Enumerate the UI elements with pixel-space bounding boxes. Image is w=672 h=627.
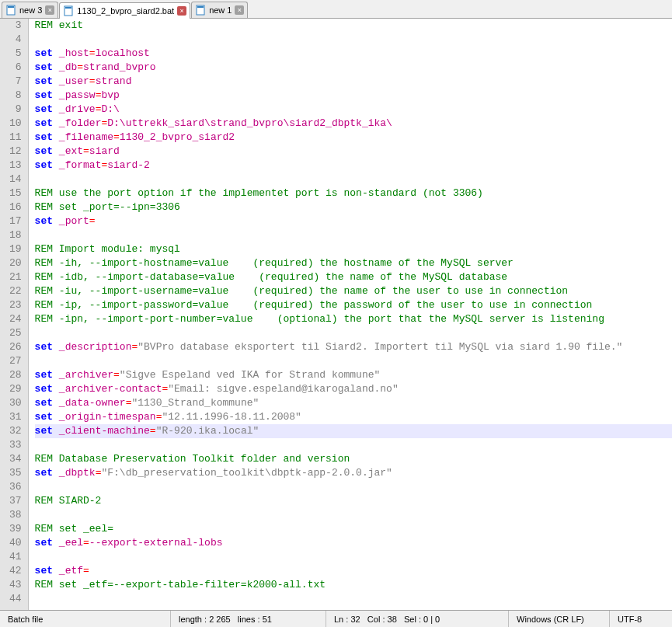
code-line[interactable]: REM SIARD-2 [35,494,672,508]
code-line[interactable] [35,228,672,242]
line-number: 6 [9,61,22,75]
line-number: 40 [9,536,22,550]
tab-new-3[interactable]: new 3 × [2,2,58,18]
code-line[interactable]: set _port= [35,214,672,228]
code-line[interactable]: REM Database Preservation Toolkit folder… [35,452,672,466]
code-line[interactable]: set _origin-timespan="12.11.1996-18.11.2… [35,410,672,424]
code-line[interactable] [35,438,672,452]
line-number: 21 [9,270,22,284]
col-label: Col : [367,615,385,624]
svg-rect-1 [8,6,14,8]
code-line[interactable]: REM exit [35,19,672,33]
status-bar: Batch file length : 2 265 lines : 51 Ln … [0,610,672,627]
tab-new-1[interactable]: new 1 × [191,2,248,18]
line-number: 35 [9,466,22,480]
code-line[interactable]: set _description="BVPro database eksport… [35,340,672,354]
line-number: 37 [9,494,22,508]
code-line[interactable]: set _ext=siard [35,145,672,158]
line-number: 41 [9,550,22,564]
tab-label: 1130_2_bvpro_siard2.bat [77,6,174,16]
code-line[interactable]: REM Import module: mysql [35,242,672,256]
file-icon [195,5,206,16]
line-number: 22 [9,284,22,298]
close-icon[interactable]: × [45,5,54,15]
code-line[interactable]: set _filename=1130_2_bvpro_siard2 [35,131,672,145]
line-number: 13 [9,158,22,172]
code-line[interactable] [35,354,672,368]
svg-rect-3 [65,7,71,9]
file-icon [5,5,16,16]
ln-value: 32 [350,615,360,624]
line-number: 11 [9,131,22,145]
line-number: 16 [9,200,22,214]
line-number: 12 [9,145,22,158]
status-position: Ln : 32 Col : 38 Sel : 0 | 0 [326,611,509,627]
code-line[interactable]: set _archiver="Sigve Espeland ved IKA fo… [35,368,672,382]
code-line[interactable]: set _passw=bvp [35,89,672,103]
code-line[interactable]: set _drive=D:\ [35,103,672,117]
lines-value: 51 [263,615,272,624]
code-line[interactable] [35,592,672,606]
code-line[interactable] [35,33,672,47]
line-number: 5 [9,47,22,61]
code-area[interactable]: REM exitset _host=localhostset _db=stran… [29,19,672,610]
line-number: 7 [9,75,22,89]
line-number: 15 [9,186,22,200]
code-line[interactable]: REM use the port option if the implement… [35,186,672,200]
close-icon[interactable]: × [235,5,244,15]
code-line[interactable]: set _data-owner="1130_Strand_kommune" [35,396,672,410]
code-line[interactable]: set _eel=--export-external-lobs [35,536,672,550]
line-number: 23 [9,298,22,312]
line-number: 17 [9,214,22,228]
code-line[interactable]: set _format=siard-2 [35,158,672,172]
tab-label: new 3 [19,5,42,15]
line-number: 30 [9,396,22,410]
code-line[interactable]: set _etf= [35,564,672,578]
tab-active-file[interactable]: 1130_2_bvpro_siard2.bat × [59,2,190,19]
code-line[interactable] [35,326,672,340]
code-line[interactable]: REM set _etf=--export-table-filter=k2000… [35,578,672,592]
code-line[interactable]: REM set _port=--ipn=3306 [35,200,672,214]
code-line[interactable] [35,172,672,186]
line-number-gutter: 3456789101112131415161718192021222324252… [0,19,29,610]
status-eol: Windows (CR LF) [509,611,610,627]
close-icon[interactable]: × [177,6,186,16]
code-line[interactable]: set _dbptk="F:\db_preservation_toolkit\d… [35,466,672,480]
code-line[interactable]: REM -ipn, --import-port-number=value (op… [35,312,672,326]
ln-label: Ln : [334,615,348,624]
code-line[interactable]: REM set _eel= [35,522,672,536]
code-line[interactable]: set _user=strand [35,75,672,89]
code-line[interactable]: REM -ip, --import-password=value (requir… [35,298,672,312]
line-number: 8 [9,89,22,103]
code-line[interactable]: set _archiver-contact="Email: sigve.espe… [35,382,672,396]
line-number: 10 [9,117,22,131]
code-line[interactable]: REM -iu, --import-username=value (requir… [35,284,672,298]
code-editor[interactable]: 3456789101112131415161718192021222324252… [0,19,672,610]
line-number: 3 [9,19,22,33]
line-number: 32 [9,424,22,438]
code-line[interactable]: set _db=strand_bvpro [35,61,672,75]
code-line[interactable]: set _host=localhost [35,47,672,61]
line-number: 29 [9,382,22,396]
line-number: 19 [9,242,22,256]
tab-label: new 1 [209,5,232,15]
line-number: 34 [9,452,22,466]
file-icon [63,5,74,16]
line-number: 38 [9,508,22,522]
code-line[interactable] [35,508,672,522]
code-line[interactable] [35,480,672,494]
line-number: 44 [9,592,22,606]
length-value: 2 265 [209,615,231,624]
col-value: 38 [388,615,397,624]
tab-bar: new 3 × 1130_2_bvpro_siard2.bat × new 1 … [0,0,672,19]
code-line[interactable]: REM -ih, --import-hostname=value (requir… [35,256,672,270]
line-number: 4 [9,33,22,47]
line-number: 20 [9,256,22,270]
line-number: 43 [9,578,22,592]
line-number: 9 [9,103,22,117]
code-line[interactable]: REM -idb, --import-database=value (requi… [35,270,672,284]
code-line[interactable]: set _client-machine="R-920.ika.local" [35,424,672,438]
code-line[interactable] [35,550,672,564]
line-number: 31 [9,410,22,424]
code-line[interactable]: set _folder=D:\uttrekk_siard\strand_bvpr… [35,117,672,131]
